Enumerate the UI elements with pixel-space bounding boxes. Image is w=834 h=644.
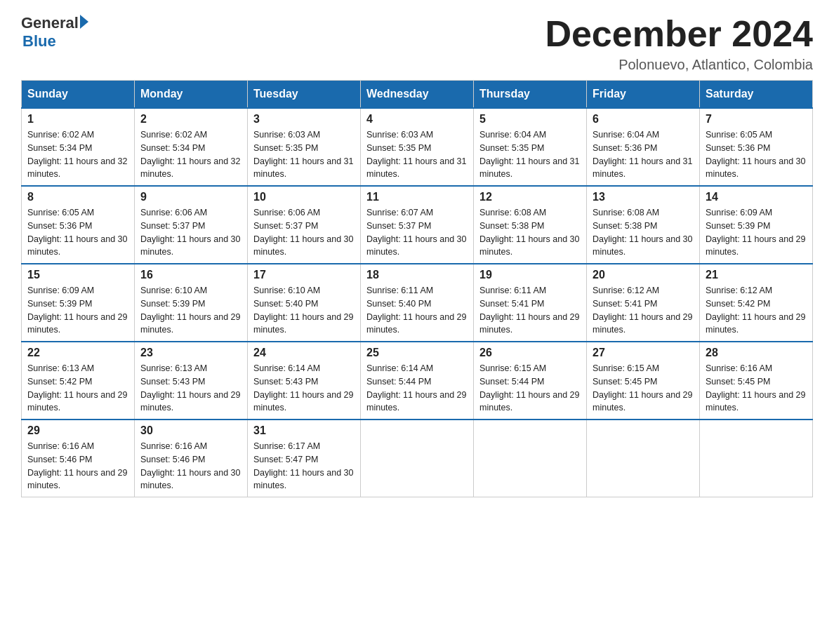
day-number: 28 bbox=[706, 347, 807, 359]
day-number: 16 bbox=[140, 269, 241, 281]
calendar-cell: 27Sunrise: 6:15 AMSunset: 5:45 PMDayligh… bbox=[587, 342, 700, 420]
day-info: Sunrise: 6:11 AMSunset: 5:41 PMDaylight:… bbox=[479, 284, 581, 337]
day-number: 27 bbox=[593, 347, 694, 359]
column-header-monday: Monday bbox=[135, 81, 248, 109]
day-number: 30 bbox=[140, 424, 241, 437]
day-info: Sunrise: 6:05 AMSunset: 5:36 PMDaylight:… bbox=[706, 128, 807, 181]
day-info: Sunrise: 6:05 AMSunset: 5:36 PMDaylight:… bbox=[27, 206, 128, 259]
day-number: 3 bbox=[253, 113, 355, 126]
day-info: Sunrise: 6:10 AMSunset: 5:40 PMDaylight:… bbox=[253, 284, 355, 337]
day-number: 31 bbox=[253, 424, 355, 437]
calendar-cell: 6Sunrise: 6:04 AMSunset: 5:36 PMDaylight… bbox=[587, 108, 700, 186]
calendar-cell: 21Sunrise: 6:12 AMSunset: 5:42 PMDayligh… bbox=[700, 264, 813, 342]
day-info: Sunrise: 6:09 AMSunset: 5:39 PMDaylight:… bbox=[27, 284, 128, 337]
day-info: Sunrise: 6:14 AMSunset: 5:43 PMDaylight:… bbox=[253, 362, 355, 415]
calendar-week-row: 1Sunrise: 6:02 AMSunset: 5:34 PMDaylight… bbox=[22, 108, 813, 186]
day-number: 25 bbox=[366, 347, 468, 359]
calendar-cell: 8Sunrise: 6:05 AMSunset: 5:36 PMDaylight… bbox=[22, 186, 135, 264]
day-info: Sunrise: 6:09 AMSunset: 5:39 PMDaylight:… bbox=[706, 206, 807, 259]
calendar-week-row: 22Sunrise: 6:13 AMSunset: 5:42 PMDayligh… bbox=[22, 342, 813, 420]
day-info: Sunrise: 6:02 AMSunset: 5:34 PMDaylight:… bbox=[140, 128, 241, 181]
calendar-cell: 1Sunrise: 6:02 AMSunset: 5:34 PMDaylight… bbox=[22, 108, 135, 186]
logo-general-text: General bbox=[21, 14, 79, 32]
calendar-subtitle: Polonuevo, Atlantico, Colombia bbox=[545, 57, 813, 73]
calendar-cell bbox=[474, 420, 587, 497]
day-info: Sunrise: 6:17 AMSunset: 5:47 PMDaylight:… bbox=[253, 440, 355, 492]
column-header-wednesday: Wednesday bbox=[361, 81, 474, 109]
day-info: Sunrise: 6:10 AMSunset: 5:39 PMDaylight:… bbox=[140, 284, 241, 337]
calendar-cell: 7Sunrise: 6:05 AMSunset: 5:36 PMDaylight… bbox=[700, 108, 813, 186]
day-number: 29 bbox=[27, 424, 128, 437]
day-number: 4 bbox=[366, 113, 468, 126]
calendar-body: 1Sunrise: 6:02 AMSunset: 5:34 PMDaylight… bbox=[22, 108, 813, 497]
calendar-cell: 9Sunrise: 6:06 AMSunset: 5:37 PMDaylight… bbox=[135, 186, 248, 264]
calendar-cell: 19Sunrise: 6:11 AMSunset: 5:41 PMDayligh… bbox=[474, 264, 587, 342]
day-info: Sunrise: 6:03 AMSunset: 5:35 PMDaylight:… bbox=[253, 128, 355, 181]
day-number: 6 bbox=[593, 113, 694, 126]
calendar-cell: 5Sunrise: 6:04 AMSunset: 5:35 PMDaylight… bbox=[474, 108, 587, 186]
column-header-saturday: Saturday bbox=[700, 81, 813, 109]
calendar-cell: 13Sunrise: 6:08 AMSunset: 5:38 PMDayligh… bbox=[587, 186, 700, 264]
day-number: 19 bbox=[479, 269, 581, 281]
calendar-cell: 14Sunrise: 6:09 AMSunset: 5:39 PMDayligh… bbox=[700, 186, 813, 264]
day-number: 21 bbox=[706, 269, 807, 281]
day-info: Sunrise: 6:15 AMSunset: 5:45 PMDaylight:… bbox=[593, 362, 694, 415]
day-info: Sunrise: 6:12 AMSunset: 5:41 PMDaylight:… bbox=[593, 284, 694, 337]
day-number: 9 bbox=[140, 191, 241, 203]
calendar-cell: 26Sunrise: 6:15 AMSunset: 5:44 PMDayligh… bbox=[474, 342, 587, 420]
calendar-cell bbox=[361, 420, 474, 497]
day-number: 10 bbox=[253, 191, 355, 203]
logo-blue-text: Blue bbox=[22, 32, 56, 51]
day-number: 23 bbox=[140, 347, 241, 359]
day-number: 13 bbox=[593, 191, 694, 203]
calendar-cell: 3Sunrise: 6:03 AMSunset: 5:35 PMDaylight… bbox=[248, 108, 361, 186]
day-info: Sunrise: 6:08 AMSunset: 5:38 PMDaylight:… bbox=[593, 206, 694, 259]
column-header-friday: Friday bbox=[587, 81, 700, 109]
calendar-cell: 31Sunrise: 6:17 AMSunset: 5:47 PMDayligh… bbox=[248, 420, 361, 497]
day-info: Sunrise: 6:13 AMSunset: 5:42 PMDaylight:… bbox=[27, 362, 128, 415]
calendar-cell: 23Sunrise: 6:13 AMSunset: 5:43 PMDayligh… bbox=[135, 342, 248, 420]
day-info: Sunrise: 6:15 AMSunset: 5:44 PMDaylight:… bbox=[479, 362, 581, 415]
column-header-sunday: Sunday bbox=[22, 81, 135, 109]
calendar-cell: 2Sunrise: 6:02 AMSunset: 5:34 PMDaylight… bbox=[135, 108, 248, 186]
day-info: Sunrise: 6:07 AMSunset: 5:37 PMDaylight:… bbox=[366, 206, 468, 259]
calendar-cell bbox=[587, 420, 700, 497]
calendar-cell: 18Sunrise: 6:11 AMSunset: 5:40 PMDayligh… bbox=[361, 264, 474, 342]
calendar-cell: 4Sunrise: 6:03 AMSunset: 5:35 PMDaylight… bbox=[361, 108, 474, 186]
logo: General Blue bbox=[21, 14, 88, 51]
day-info: Sunrise: 6:06 AMSunset: 5:37 PMDaylight:… bbox=[253, 206, 355, 259]
day-info: Sunrise: 6:14 AMSunset: 5:44 PMDaylight:… bbox=[366, 362, 468, 415]
calendar-header: SundayMondayTuesdayWednesdayThursdayFrid… bbox=[22, 81, 813, 109]
calendar-cell: 20Sunrise: 6:12 AMSunset: 5:41 PMDayligh… bbox=[587, 264, 700, 342]
day-number: 7 bbox=[706, 113, 807, 126]
calendar-week-row: 15Sunrise: 6:09 AMSunset: 5:39 PMDayligh… bbox=[22, 264, 813, 342]
calendar-cell bbox=[700, 420, 813, 497]
title-block: December 2024 Polonuevo, Atlantico, Colo… bbox=[545, 14, 813, 73]
calendar-cell: 11Sunrise: 6:07 AMSunset: 5:37 PMDayligh… bbox=[361, 186, 474, 264]
calendar-title: December 2024 bbox=[545, 14, 813, 54]
day-info: Sunrise: 6:08 AMSunset: 5:38 PMDaylight:… bbox=[479, 206, 581, 259]
day-info: Sunrise: 6:16 AMSunset: 5:45 PMDaylight:… bbox=[706, 362, 807, 415]
calendar-cell: 24Sunrise: 6:14 AMSunset: 5:43 PMDayligh… bbox=[248, 342, 361, 420]
calendar-cell: 15Sunrise: 6:09 AMSunset: 5:39 PMDayligh… bbox=[22, 264, 135, 342]
calendar-week-row: 8Sunrise: 6:05 AMSunset: 5:36 PMDaylight… bbox=[22, 186, 813, 264]
day-number: 2 bbox=[140, 113, 241, 126]
calendar-week-row: 29Sunrise: 6:16 AMSunset: 5:46 PMDayligh… bbox=[22, 420, 813, 497]
calendar-cell: 10Sunrise: 6:06 AMSunset: 5:37 PMDayligh… bbox=[248, 186, 361, 264]
day-info: Sunrise: 6:16 AMSunset: 5:46 PMDaylight:… bbox=[27, 440, 128, 492]
day-info: Sunrise: 6:16 AMSunset: 5:46 PMDaylight:… bbox=[140, 440, 241, 492]
logo-arrow-icon bbox=[80, 15, 88, 29]
day-number: 14 bbox=[706, 191, 807, 203]
page-header: General Blue December 2024 Polonuevo, At… bbox=[21, 14, 813, 73]
day-info: Sunrise: 6:12 AMSunset: 5:42 PMDaylight:… bbox=[706, 284, 807, 337]
column-header-thursday: Thursday bbox=[474, 81, 587, 109]
day-info: Sunrise: 6:13 AMSunset: 5:43 PMDaylight:… bbox=[140, 362, 241, 415]
calendar-cell: 28Sunrise: 6:16 AMSunset: 5:45 PMDayligh… bbox=[700, 342, 813, 420]
calendar-cell: 25Sunrise: 6:14 AMSunset: 5:44 PMDayligh… bbox=[361, 342, 474, 420]
day-number: 20 bbox=[593, 269, 694, 281]
calendar-cell: 16Sunrise: 6:10 AMSunset: 5:39 PMDayligh… bbox=[135, 264, 248, 342]
calendar-cell: 12Sunrise: 6:08 AMSunset: 5:38 PMDayligh… bbox=[474, 186, 587, 264]
day-info: Sunrise: 6:03 AMSunset: 5:35 PMDaylight:… bbox=[366, 128, 468, 181]
day-number: 22 bbox=[27, 347, 128, 359]
column-header-tuesday: Tuesday bbox=[248, 81, 361, 109]
